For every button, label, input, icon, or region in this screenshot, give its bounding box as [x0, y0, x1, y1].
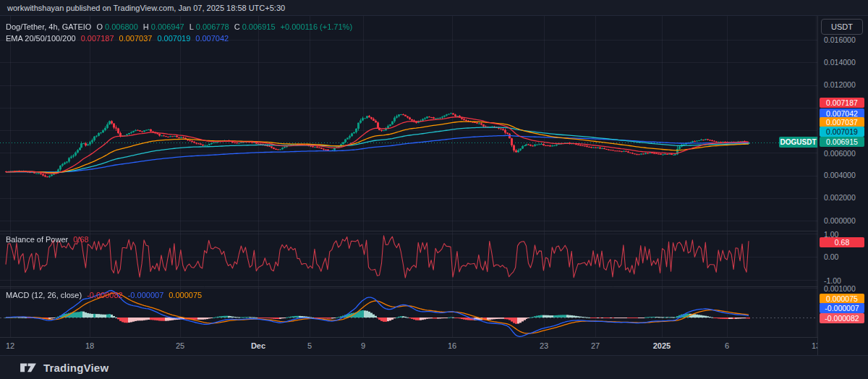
price-badge: 0.007187 [820, 98, 864, 108]
tradingview-published-chart: workwithshayan published on TradingView.… [0, 0, 868, 379]
time-scale-label: 9 [347, 341, 379, 350]
price-badge: 0.68 [820, 237, 864, 247]
chart-area: Dog/Tether, 4h, GATEIO O 0.006800 H 0.00… [0, 16, 868, 355]
price-badge: -0.000007 [820, 303, 864, 313]
tradingview-logo-text[interactable]: TradingView [43, 362, 109, 374]
time-scale-label: 16 [436, 341, 468, 350]
ema-legend-row[interactable]: EMA 20/50/100/200 0.007187 0.007037 0.00… [6, 34, 229, 43]
price-scale-label: 0.004000 [824, 171, 856, 180]
bop-value: 0.68 [73, 235, 88, 244]
price-scale-label: 0.000000 [824, 216, 856, 226]
tradingview-logo-icon[interactable] [19, 360, 38, 375]
symbol-title[interactable]: Dog/Tether, 4h, GATEIO [6, 22, 91, 31]
time-scale-label: 6 [711, 341, 743, 350]
price-scale-label: 0.001000 [824, 284, 856, 294]
high-label: H [143, 22, 149, 31]
symbol-price-tag: DOGUSDT [779, 137, 817, 148]
ema50-value: 0.007037 [119, 34, 153, 43]
price-scale-label: 0.002000 [824, 193, 856, 203]
footer-bar: TradingView [0, 355, 868, 379]
macd-signal-value: 0.000075 [169, 291, 202, 299]
price-badge: 0.000075 [820, 294, 864, 304]
time-scale-label: 12 [0, 341, 26, 350]
time-scale-label: 13 [800, 341, 817, 350]
price-scale[interactable]: USDT 0.0160000.0140000.0120000.0060000.0… [817, 16, 868, 355]
price-badge: 0.006915 [820, 137, 864, 147]
price-scale-label: 0.006000 [824, 149, 856, 158]
low-value: 0.006778 [196, 22, 229, 31]
time-scale-label: 2025 [646, 341, 678, 350]
macd-line-value: -0.000007 [128, 291, 164, 299]
change-value: +0.000116 (+1.71%) [281, 22, 352, 31]
price-badge: -0.000082 [820, 313, 864, 323]
time-scale[interactable]: 121825Dec591623272025613 [0, 337, 817, 355]
price-scale-label: 0.012000 [824, 80, 856, 90]
chart-canvas[interactable] [0, 16, 817, 337]
ema200-value: 0.007042 [195, 34, 229, 43]
time-scale-label: 27 [579, 341, 611, 350]
close-label: C [234, 22, 240, 31]
ema-title[interactable]: EMA 20/50/100/200 [6, 34, 76, 43]
price-scale-label: 0.014000 [824, 58, 856, 67]
high-value: 0.006947 [151, 22, 184, 31]
macd-title[interactable]: MACD (12, 26, close) [6, 291, 82, 299]
bop-legend-row[interactable]: Balance of Power 0.68 [6, 235, 89, 244]
open-label: O [96, 22, 103, 31]
time-scale-label: 5 [294, 341, 326, 350]
price-badge: 0.007019 [820, 127, 864, 137]
price-badge: 0.007037 [820, 117, 864, 127]
time-scale-label: 18 [74, 341, 106, 350]
time-scale-label: 23 [528, 341, 560, 350]
open-value: 0.006800 [105, 22, 138, 31]
price-scale-label: 0.00 [824, 252, 838, 262]
low-label: L [190, 22, 194, 31]
price-scale-label: 0.016000 [824, 35, 856, 45]
symbol-legend-row[interactable]: Dog/Tether, 4h, GATEIO O 0.006800 H 0.00… [6, 22, 352, 31]
bop-title[interactable]: Balance of Power [6, 235, 68, 244]
currency-toggle-button[interactable]: USDT [821, 19, 863, 35]
ema100-value: 0.007019 [157, 34, 190, 43]
close-value: 0.006915 [242, 22, 276, 31]
time-scale-label: Dec [242, 341, 274, 350]
time-scale-label: 25 [164, 341, 196, 350]
macd-hist-value: -0.000082 [87, 291, 123, 299]
publish-info-text: workwithshayan published on TradingView.… [7, 4, 285, 12]
macd-legend-row[interactable]: MACD (12, 26, close) -0.000082 -0.000007… [6, 291, 202, 299]
ema20-value: 0.007187 [81, 34, 114, 43]
publish-info-bar: workwithshayan published on TradingView.… [0, 0, 868, 16]
